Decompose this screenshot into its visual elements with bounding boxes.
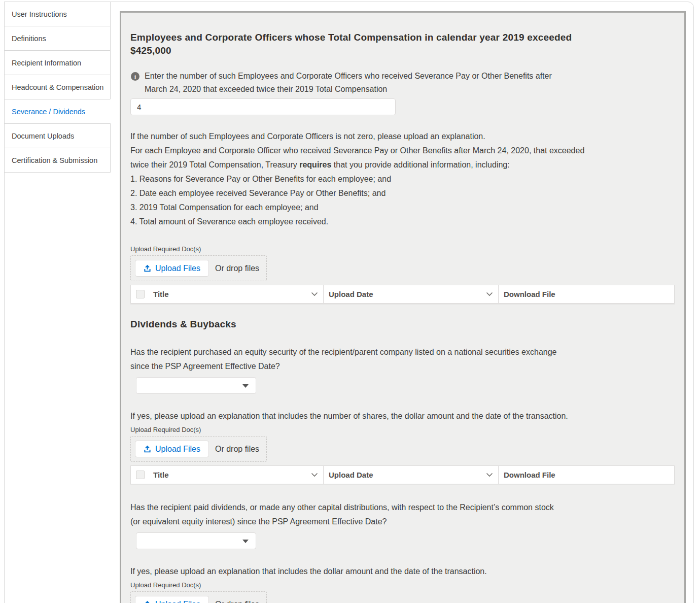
sidebar-item-definitions[interactable]: Definitions — [4, 26, 111, 51]
upload-required-docs-label: Upload Required Doc(s) — [130, 245, 675, 253]
buyback-answer-select[interactable] — [136, 377, 256, 394]
page-title: Employees and Corporate Officers whose T… — [130, 31, 675, 57]
severance-count-prompt: i Enter the number of such Employees and… — [130, 70, 675, 96]
upload-icon — [144, 600, 151, 603]
buyback-upload-dropzone[interactable]: Upload Files Or drop files — [130, 436, 267, 462]
select-all-checkbox[interactable] — [136, 471, 145, 479]
dividend-question: Has the recipient paid dividends, or mad… — [130, 500, 675, 529]
chevron-down-icon[interactable] — [486, 292, 493, 296]
table-column-download-file: Download File — [499, 466, 674, 484]
dividend-upload-files-button[interactable]: Upload Files — [135, 596, 209, 603]
dividend-answer-select[interactable] — [136, 532, 256, 549]
chevron-down-icon[interactable] — [311, 292, 318, 296]
upload-required-docs-label: Upload Required Doc(s) — [130, 581, 675, 589]
chevron-down-icon[interactable] — [311, 473, 318, 477]
upload-icon — [144, 445, 151, 453]
sidebar-item-headcount-compensation[interactable]: Headcount & Compensation — [4, 75, 111, 99]
sidebar-item-certification-submission[interactable]: Certification & Submission — [4, 148, 111, 173]
explanation-intro-line: If the number of such Employees and Corp… — [130, 129, 675, 144]
explanation-requirements-line: For each Employee and Corporate Officer … — [130, 144, 675, 172]
upload-icon — [144, 264, 151, 272]
severance-upload-files-button[interactable]: Upload Files — [135, 260, 209, 277]
table-column-upload-date[interactable]: Upload Date — [324, 285, 499, 303]
sidebar-item-document-uploads[interactable]: Document Uploads — [4, 123, 111, 148]
requirement-list-item-3: 3. 2019 Total Compensation for each empl… — [130, 200, 675, 215]
severance-dividends-panel: Employees and Corporate Officers whose T… — [120, 11, 686, 603]
sidebar-item-severance-dividends[interactable]: Severance / Dividends — [4, 99, 111, 124]
severance-upload-dropzone[interactable]: Upload Files Or drop files — [130, 255, 267, 281]
caret-down-icon — [242, 540, 249, 543]
or-drop-files-label: Or drop files — [215, 264, 259, 273]
buyback-question: Has the recipient purchased an equity se… — [130, 345, 675, 374]
requires-emphasis: requires — [299, 160, 331, 169]
buyback-upload-files-button[interactable]: Upload Files — [135, 441, 209, 457]
caret-down-icon — [242, 384, 249, 388]
severance-count-prompt-text: Enter the number of such Employees and C… — [145, 70, 552, 96]
severance-explanation-text: If the number of such Employees and Corp… — [130, 129, 675, 229]
table-column-upload-date[interactable]: Upload Date — [324, 466, 499, 484]
chevron-down-icon[interactable] — [486, 473, 493, 477]
sidebar-item-recipient-information[interactable]: Recipient Information — [4, 50, 111, 75]
sidebar-item-user-instructions[interactable]: User Instructions — [4, 2, 111, 26]
requirement-list-item-1: 1. Reasons for Severance Pay or Other Be… — [130, 172, 675, 186]
severance-count-input[interactable] — [130, 98, 396, 115]
dividend-upload-dropzone[interactable]: Upload Files Or drop files — [130, 591, 267, 603]
or-drop-files-label: Or drop files — [215, 445, 259, 454]
table-column-title[interactable]: Title — [131, 285, 324, 303]
buyback-upload-note: If yes, please upload an explanation tha… — [130, 409, 675, 423]
requirement-list-item-2: 2. Date each employee received Severance… — [130, 186, 675, 200]
dividends-buybacks-heading: Dividends & Buybacks — [130, 319, 675, 330]
upload-required-docs-label: Upload Required Doc(s) — [130, 426, 675, 433]
select-all-checkbox[interactable] — [136, 290, 145, 298]
info-icon: i — [131, 72, 139, 81]
dividend-upload-note: If yes, please upload an explanation tha… — [130, 564, 675, 579]
requirement-list-item-4: 4. Total amount of Severance each employ… — [130, 215, 675, 229]
severance-docs-table-header: Title Upload Date Download File — [130, 285, 675, 304]
section-nav: User Instructions Definitions Recipient … — [4, 2, 111, 173]
table-column-download-file: Download File — [499, 285, 674, 303]
or-drop-files-label: Or drop files — [215, 600, 259, 603]
buyback-docs-table-header: Title Upload Date Download File — [130, 465, 675, 484]
table-column-title[interactable]: Title — [131, 466, 324, 484]
